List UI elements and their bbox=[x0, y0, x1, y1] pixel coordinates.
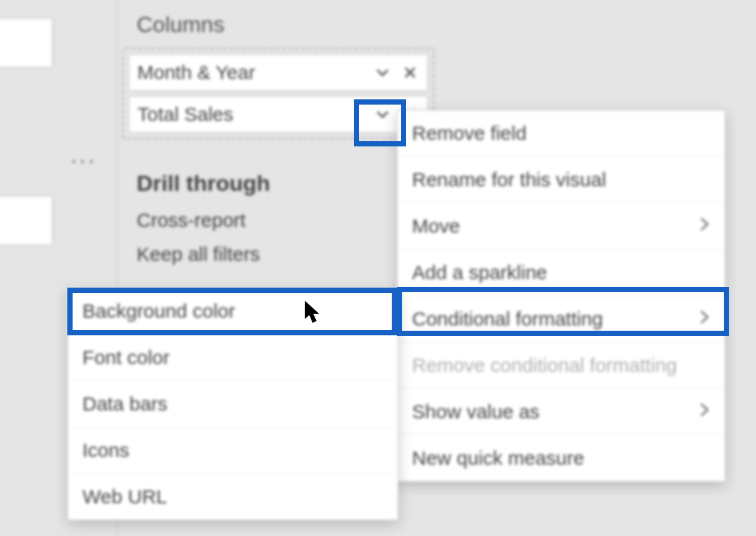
keep-filters-row[interactable]: Keep all filters bbox=[137, 243, 433, 265]
cross-report-label: Cross-report bbox=[137, 209, 246, 231]
menu-show-value-as[interactable]: Show value as bbox=[398, 389, 725, 435]
columns-well[interactable]: Month & Year Total Sales bbox=[122, 48, 434, 139]
submenu-icons[interactable]: Icons bbox=[68, 427, 398, 474]
mouse-cursor-icon bbox=[305, 301, 323, 324]
menu-remove-conditional-formatting: Remove conditional formatting bbox=[398, 343, 725, 389]
keep-filters-label: Keep all filters bbox=[137, 243, 260, 265]
submenu-font-color[interactable]: Font color bbox=[68, 335, 398, 381]
menu-move[interactable]: Move bbox=[398, 203, 725, 250]
menu-remove-field[interactable]: Remove field bbox=[398, 110, 725, 157]
menu-new-quick-measure[interactable]: New quick measure bbox=[398, 435, 725, 481]
menu-add-sparkline[interactable]: Add a sparkline bbox=[398, 250, 725, 296]
drill-through-title: Drill through bbox=[137, 171, 438, 196]
svg-marker-9 bbox=[305, 301, 319, 323]
close-icon[interactable] bbox=[401, 63, 419, 82]
submenu-web-url[interactable]: Web URL bbox=[68, 474, 398, 520]
field-label: Month & Year bbox=[137, 61, 255, 84]
cross-report-row[interactable]: Cross-report bbox=[137, 209, 433, 231]
columns-title: Columns bbox=[137, 12, 438, 37]
chevron-down-icon[interactable] bbox=[373, 105, 392, 124]
submenu-data-bars[interactable]: Data bars bbox=[68, 381, 398, 427]
chevron-down-icon[interactable] bbox=[373, 63, 392, 82]
chevron-right-icon bbox=[698, 215, 710, 237]
menu-conditional-formatting[interactable]: Conditional formatting bbox=[398, 296, 725, 343]
conditional-formatting-submenu: Background color Font color Data bars Ic… bbox=[67, 288, 398, 520]
cropped-box-2: ere bbox=[0, 196, 52, 245]
menu-rename[interactable]: Rename for this visual bbox=[398, 157, 725, 203]
field-total-sales[interactable]: Total Sales bbox=[129, 96, 428, 133]
ellipsis-icon[interactable]: ... bbox=[71, 142, 97, 168]
field-label: Total Sales bbox=[137, 103, 233, 126]
field-context-menu: Remove field Rename for this visual Move… bbox=[397, 110, 725, 482]
chevron-right-icon bbox=[698, 308, 710, 330]
field-month-year[interactable]: Month & Year bbox=[129, 54, 428, 91]
cropped-box-1: ere bbox=[0, 18, 52, 67]
submenu-background-color[interactable]: Background color bbox=[68, 288, 398, 335]
columns-panel: Columns Month & Year Total Sales bbox=[121, 0, 438, 277]
chevron-right-icon bbox=[698, 401, 710, 423]
